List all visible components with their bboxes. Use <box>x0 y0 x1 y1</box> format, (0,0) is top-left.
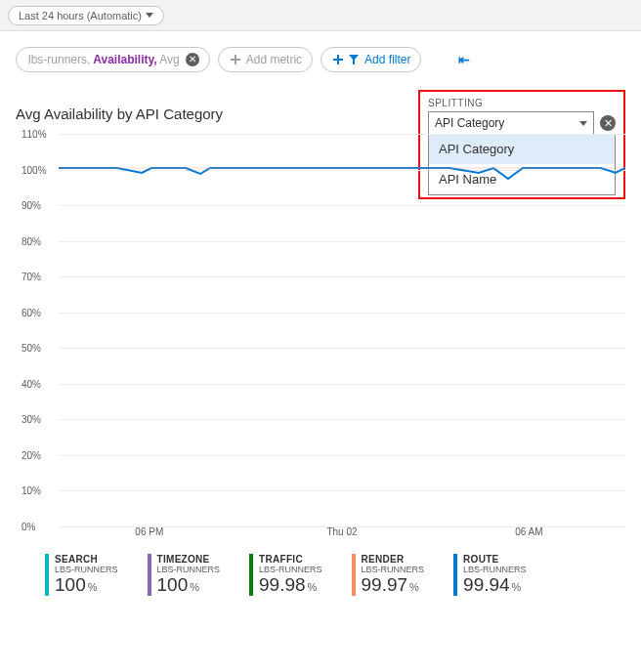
close-icon[interactable]: ✕ <box>186 53 199 66</box>
chart-area: 110% 100% 90% 80% 70% 60% 50% 40% 30% 20… <box>16 134 625 544</box>
y-tick: 100% <box>21 165 47 176</box>
legend-sub: LBS-RUNNERS <box>362 565 425 574</box>
y-tick: 20% <box>21 450 41 461</box>
y-tick: 70% <box>21 272 41 282</box>
splitting-select[interactable]: API Category <box>428 111 594 135</box>
percent-sign: % <box>190 581 199 593</box>
time-range-selector[interactable]: Last 24 hours (Automatic) <box>8 6 164 25</box>
x-tick: Thu 02 <box>326 526 357 537</box>
legend-value: 99.98 <box>259 574 306 595</box>
time-range-label: Last 24 hours (Automatic) <box>19 10 142 21</box>
percent-sign: % <box>88 581 98 593</box>
legend-value: 99.97 <box>362 574 408 595</box>
legend-color <box>249 554 253 596</box>
legend-name: TRAFFIC <box>259 554 322 565</box>
metric-controls: lbs-runners, Availability, Avg ✕ Add met… <box>16 47 625 72</box>
metric-name: Availability, <box>90 53 156 66</box>
legend-item-timezone[interactable]: TIMEZONE LBS-RUNNERS 100% <box>148 554 221 596</box>
legend-name: RENDER <box>362 554 425 565</box>
legend-item-search[interactable]: SEARCH LBS-RUNNERS 100% <box>45 554 118 596</box>
y-tick: 60% <box>21 308 41 318</box>
legend-color <box>352 554 356 596</box>
x-tick: 06 AM <box>515 526 542 537</box>
splitting-selected-value: API Category <box>435 116 504 130</box>
chart-plot <box>59 134 625 525</box>
x-axis: 06 PM Thu 02 06 AM <box>59 526 625 544</box>
metric-pill[interactable]: lbs-runners, Availability, Avg ✕ <box>16 47 210 72</box>
legend-value: 99.94 <box>463 574 510 595</box>
legend-name: TIMEZONE <box>157 554 221 565</box>
y-tick: 30% <box>21 414 41 425</box>
add-metric-label: Add metric <box>246 53 302 66</box>
legend-sub: LBS-RUNNERS <box>157 565 221 574</box>
percent-sign: % <box>409 581 419 593</box>
legend-item-route[interactable]: ROUTE LBS-RUNNERS 99.94% <box>453 554 527 596</box>
chevron-down-icon <box>146 13 153 18</box>
metric-aggregation: Avg <box>157 53 180 66</box>
filter-icon <box>349 55 359 64</box>
legend-color <box>148 554 151 596</box>
y-tick: 50% <box>21 343 41 354</box>
y-tick: 40% <box>21 379 41 390</box>
legend-value: 100 <box>55 574 86 595</box>
legend-item-traffic[interactable]: TRAFFIC LBS-RUNNERS 99.98% <box>249 554 322 596</box>
splitting-heading: SPLITTING <box>428 98 616 108</box>
chevron-down-icon <box>579 121 587 126</box>
x-tick: 06 PM <box>135 526 163 537</box>
y-tick: 90% <box>21 200 41 211</box>
top-bar: Last 24 hours (Automatic) <box>0 0 641 31</box>
add-metric-button[interactable]: Add metric <box>218 47 313 72</box>
y-tick: 0% <box>21 522 35 532</box>
plus-icon <box>333 55 343 64</box>
legend-name: ROUTE <box>463 554 527 565</box>
legend-sub: LBS-RUNNERS <box>259 565 322 574</box>
plus-icon <box>231 55 240 64</box>
percent-sign: % <box>512 581 522 593</box>
y-tick: 10% <box>21 485 41 496</box>
y-tick: 80% <box>21 236 41 247</box>
legend-color <box>453 554 457 596</box>
add-filter-button[interactable]: Add filter <box>320 47 421 72</box>
legend-sub: LBS-RUNNERS <box>463 565 527 574</box>
legend-item-render[interactable]: RENDER LBS-RUNNERS 99.97% <box>352 554 425 596</box>
legend-color <box>45 554 49 596</box>
add-filter-label: Add filter <box>364 53 410 66</box>
y-tick: 110% <box>21 129 47 140</box>
legend-value: 100 <box>157 574 189 595</box>
percent-sign: % <box>308 581 318 593</box>
metric-namespace: lbs-runners, <box>28 53 90 66</box>
legend-sub: LBS-RUNNERS <box>55 565 118 574</box>
collapse-icon[interactable]: ⇤ <box>458 52 470 67</box>
legend: SEARCH LBS-RUNNERS 100% TIMEZONE LBS-RUN… <box>16 554 625 596</box>
close-icon[interactable]: ✕ <box>600 115 616 131</box>
main-panel: lbs-runners, Availability, Avg ✕ Add met… <box>0 31 641 611</box>
legend-name: SEARCH <box>55 554 118 565</box>
